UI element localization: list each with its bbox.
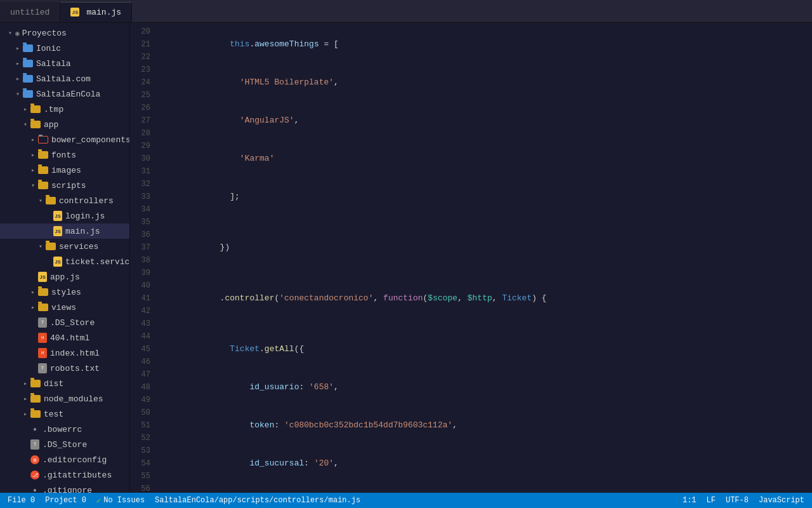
sidebar-item-label: Saltala bbox=[36, 59, 71, 69]
sidebar-item-ticket-service[interactable]: JS ticket.service bbox=[0, 254, 129, 269]
sidebar-item-saltala-com[interactable]: Saltala.com bbox=[0, 71, 129, 86]
folder-saltala-com-icon bbox=[23, 75, 33, 83]
sidebar-item-dist[interactable]: dist bbox=[0, 376, 129, 391]
sidebar-item-app[interactable]: app bbox=[0, 117, 129, 132]
line-num-55: 55 bbox=[135, 470, 150, 483]
sidebar-item-controllers[interactable]: controllers bbox=[0, 193, 129, 208]
sidebar-item-label: test bbox=[44, 410, 63, 419]
main-js-icon: JS bbox=[53, 226, 62, 236]
folder-controllers-icon bbox=[46, 197, 56, 204]
sidebar-item-label: .gitattributes bbox=[43, 471, 112, 480]
sidebar-item-label: styles bbox=[51, 288, 81, 297]
line-num-35: 35 bbox=[135, 216, 150, 229]
bowerrc-icon: ● bbox=[30, 424, 39, 434]
line-num-25: 25 bbox=[135, 89, 150, 102]
index-icon: H bbox=[38, 348, 47, 358]
login-js-icon: JS bbox=[53, 211, 62, 221]
sidebar-item-proyectos[interactable]: ◉ Proyectos bbox=[0, 25, 129, 41]
root-icon: ◉ bbox=[15, 29, 20, 37]
sidebar-item-editorconfig[interactable]: ⚙ .editorconfig bbox=[0, 452, 129, 467]
sidebar-item-bower-components[interactable]: bower_components bbox=[0, 132, 129, 147]
sidebar-item-label: dist bbox=[44, 379, 63, 389]
gitattributes-icon: ⎇ bbox=[30, 471, 39, 479]
arrow-saltalaencola bbox=[13, 89, 23, 99]
sidebar: ◉ Proyectos Ionic Saltala Saltala.com Sa… bbox=[0, 23, 130, 493]
sidebar-item-views[interactable]: views bbox=[0, 300, 129, 315]
code-line-34: id_servicio: '48', bbox=[160, 483, 802, 493]
sidebar-item-label: node_modules bbox=[44, 394, 103, 404]
app-js-icon: JS bbox=[38, 272, 47, 282]
line-num-20: 20 bbox=[135, 25, 150, 38]
arrow-views bbox=[28, 302, 38, 312]
sidebar-item-styles[interactable]: styles bbox=[0, 284, 129, 300]
sidebar-item-scripts[interactable]: scripts bbox=[0, 178, 129, 193]
sidebar-item-404[interactable]: H 404.html bbox=[0, 330, 129, 345]
sidebar-item-bowerrc[interactable]: ● .bowerrc bbox=[0, 422, 129, 437]
status-bar: File 0 Project 0 ✔ No Issues SaltalaEnCo… bbox=[0, 493, 812, 508]
sidebar-item-label: services bbox=[59, 242, 98, 251]
sidebar-item-login-js[interactable]: JS login.js bbox=[0, 208, 129, 224]
line-num-37: 37 bbox=[135, 241, 150, 254]
line-num-46: 46 bbox=[135, 356, 150, 368]
arrow-saltala bbox=[13, 58, 23, 69]
sidebar-item-fonts[interactable]: fonts bbox=[0, 147, 129, 163]
folder-images-icon bbox=[38, 166, 48, 174]
sidebar-item-label: scripts bbox=[51, 181, 86, 190]
line-num-32: 32 bbox=[135, 178, 150, 190]
line-num-44: 44 bbox=[135, 330, 150, 343]
status-project: Project 0 bbox=[45, 496, 86, 505]
code-line-29 bbox=[160, 318, 802, 330]
sidebar-item-main-js[interactable]: JS main.js bbox=[0, 224, 129, 239]
arrow-bower bbox=[28, 135, 38, 145]
sidebar-item-services[interactable]: services bbox=[0, 239, 129, 254]
arrow-test bbox=[20, 409, 30, 419]
sidebar-item-tmp[interactable]: .tmp bbox=[0, 102, 129, 117]
sidebar-item-label: .tmp bbox=[44, 105, 63, 114]
sidebar-item-images[interactable]: images bbox=[0, 163, 129, 178]
code-line-28: .controller('conectandocronico', functio… bbox=[160, 279, 802, 318]
code-line-25 bbox=[160, 216, 802, 229]
sidebar-item-label: Ionic bbox=[36, 44, 61, 53]
sidebar-item-label: .editorconfig bbox=[43, 455, 107, 465]
sidebar-item-robots[interactable]: T robots.txt bbox=[0, 361, 129, 376]
ticket-service-icon: JS bbox=[53, 257, 62, 267]
status-file-label: File 0 bbox=[8, 496, 35, 505]
sidebar-item-saltala[interactable]: Saltala bbox=[0, 56, 129, 71]
sidebar-item-saltalaencola[interactable]: SaltalaEnCola bbox=[0, 86, 129, 102]
code-lines: this.awesomeThings = [ 'HTML5 Boilerplat… bbox=[155, 23, 812, 493]
main-layout: ◉ Proyectos Ionic Saltala Saltala.com Sa… bbox=[0, 23, 812, 493]
line-num-48: 48 bbox=[135, 381, 150, 394]
line-num-56: 56 bbox=[135, 483, 150, 493]
tab-untitled[interactable]: untitled bbox=[0, 2, 60, 22]
sidebar-item-ds-store-root[interactable]: T .DS_Store bbox=[0, 437, 129, 452]
tab-mainjs[interactable]: JS main.js bbox=[60, 2, 132, 22]
mainjs-tab-label: main.js bbox=[86, 8, 121, 17]
line-num-24: 24 bbox=[135, 76, 150, 89]
sidebar-item-gitattributes[interactable]: ⎇ .gitattributes bbox=[0, 467, 129, 483]
arrow-images bbox=[28, 165, 38, 175]
code-line-30: Ticket.getAll({ bbox=[160, 330, 802, 368]
arrow-saltala-com bbox=[13, 74, 23, 84]
status-issues-label: No Issues bbox=[103, 496, 145, 505]
arrow-fonts bbox=[28, 150, 38, 160]
line-num-39: 39 bbox=[135, 267, 150, 279]
sidebar-item-ionic[interactable]: Ionic bbox=[0, 41, 129, 56]
line-num-22: 22 bbox=[135, 51, 150, 64]
arrow-dist bbox=[20, 378, 30, 389]
editor-area[interactable]: 20 21 22 23 24 25 26 27 28 29 30 31 32 3… bbox=[130, 23, 812, 493]
sidebar-item-test[interactable]: test bbox=[0, 406, 129, 422]
line-numbers: 20 21 22 23 24 25 26 27 28 29 30 31 32 3… bbox=[130, 23, 155, 493]
sidebar-item-node-modules[interactable]: node_modules bbox=[0, 391, 129, 406]
sidebar-item-label: .DS_Store bbox=[50, 318, 95, 328]
sidebar-item-gitignore[interactable]: ● .gitignore bbox=[0, 483, 129, 493]
sidebar-item-ds-store-app[interactable]: T .DS_Store bbox=[0, 315, 129, 330]
arrow-app bbox=[20, 119, 30, 130]
line-num-38: 38 bbox=[135, 254, 150, 267]
arrow-tmp bbox=[20, 104, 30, 114]
sidebar-item-app-js[interactable]: JS app.js bbox=[0, 269, 129, 284]
sidebar-item-index[interactable]: H index.html bbox=[0, 345, 129, 361]
line-num-31: 31 bbox=[135, 165, 150, 178]
sidebar-item-label: app bbox=[44, 120, 58, 130]
folder-node-modules-icon bbox=[30, 395, 41, 403]
code-line-27 bbox=[160, 267, 802, 279]
